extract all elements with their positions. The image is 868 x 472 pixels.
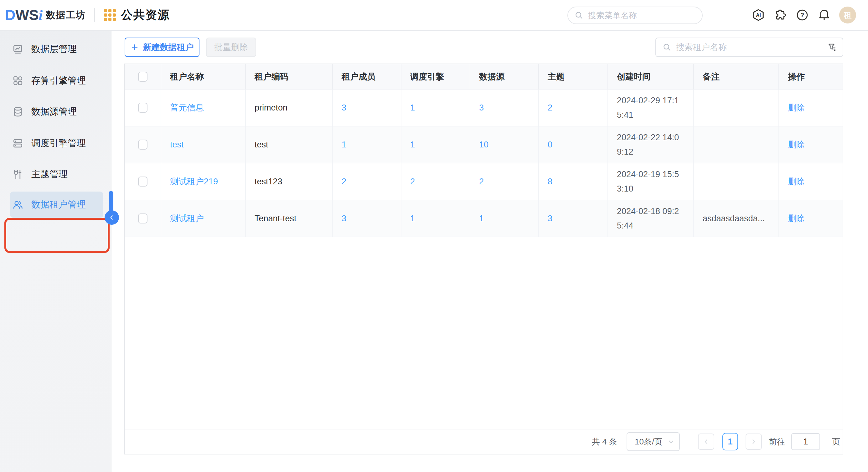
sidebar-item-storage-compute-engine[interactable]: 存算引擎管理 (0, 68, 112, 94)
table-row: 普元信息 primeton 3 1 3 2 2024-02-29 17:15:4… (125, 89, 843, 126)
goto-label: 前往 (769, 436, 785, 447)
goto-page-input[interactable] (791, 433, 820, 450)
page-size-value: 10条/页 (635, 436, 662, 447)
delete-link[interactable]: 删除 (788, 214, 805, 223)
tenant-code: test123 (246, 163, 333, 200)
table-row: 测试租户219 test123 2 2 2 8 2024-02-19 15:53… (125, 163, 843, 200)
column-header: 备注 (693, 64, 779, 89)
grid-app-icon (104, 9, 116, 21)
brand: DWSi 数据工坊 公共资源 (5, 0, 170, 30)
tenant-search-input[interactable] (676, 42, 827, 52)
row-checkbox[interactable] (138, 103, 148, 113)
column-header: 主题 (538, 64, 608, 89)
notification-bell-icon[interactable] (817, 8, 831, 22)
delete-link[interactable]: 删除 (788, 140, 805, 149)
sidebar-item-label: 调度引擎管理 (31, 137, 86, 150)
app-logo: DWSi (5, 8, 42, 23)
help-icon[interactable]: ? (795, 8, 809, 22)
members-count-link[interactable]: 1 (342, 140, 346, 149)
tenant-search-box[interactable] (655, 37, 843, 57)
tenant-name-link[interactable]: 测试租户219 (170, 177, 218, 186)
menu-search-input[interactable] (588, 11, 699, 20)
sidebar-item-data-layer[interactable]: 数据层管理 (0, 36, 112, 62)
column-header: 租户编码 (246, 64, 333, 89)
created-time: 2024-02-19 15:53:10 (617, 167, 680, 196)
page-unit-label: 页 (832, 436, 840, 447)
delete-link[interactable]: 删除 (788, 177, 805, 186)
new-tenant-label: 新建数据租户 (143, 42, 194, 53)
table-row: 测试租户 Tenant-test 3 1 1 3 2024-02-18 09:2… (125, 200, 843, 237)
engines-count-link[interactable]: 2 (410, 177, 415, 186)
sidebar-item-label: 主题管理 (31, 168, 68, 181)
column-header: 操作 (779, 64, 843, 89)
filter-funnel-icon[interactable] (827, 42, 837, 52)
brand-divider (94, 8, 95, 22)
batch-delete-button[interactable]: 批量删除 (206, 37, 256, 57)
page-size-select[interactable]: 10条/页 (627, 432, 680, 451)
remark (693, 126, 779, 163)
row-checkbox[interactable] (138, 214, 148, 223)
plugin-puzzle-icon[interactable] (773, 8, 787, 22)
sources-count-link[interactable]: 3 (479, 103, 484, 113)
sidebar-item-data-source[interactable]: 数据源管理 (0, 99, 112, 125)
members-count-link[interactable]: 2 (342, 177, 346, 186)
page-title: 公共资源 (121, 7, 170, 23)
prev-page-button[interactable] (698, 434, 714, 450)
ai-assistant-icon[interactable]: AI (751, 8, 765, 22)
sidebar-item-scheduler-engine[interactable]: 调度引擎管理 (0, 130, 112, 157)
tenant-code: primeton (246, 89, 333, 126)
created-time: 2024-02-18 09:25:44 (617, 204, 680, 233)
remark (693, 89, 779, 126)
current-page-button[interactable]: 1 (722, 433, 738, 450)
tenant-name-link[interactable]: 测试租户 (170, 214, 204, 223)
next-page-button[interactable] (746, 434, 762, 450)
engines-count-link[interactable]: 1 (410, 140, 415, 149)
topics-count-link[interactable]: 0 (548, 140, 552, 149)
tenant-users-icon (12, 199, 24, 211)
column-header: 创建时间 (608, 64, 693, 89)
plus-icon (131, 43, 139, 51)
svg-text:?: ? (800, 11, 804, 19)
sources-count-link[interactable]: 2 (479, 177, 484, 186)
storage-compute-engine-icon (12, 75, 24, 87)
tenant-code: test (246, 126, 333, 163)
logo-letter-d: D (5, 7, 16, 23)
delete-link[interactable]: 删除 (788, 103, 805, 113)
members-count-link[interactable]: 3 (342, 103, 346, 113)
row-checkbox[interactable] (138, 177, 148, 187)
red-annotation-box (4, 218, 110, 253)
user-avatar[interactable]: 租 (839, 7, 856, 24)
select-all-checkbox[interactable] (138, 72, 148, 82)
column-header: 租户成员 (333, 64, 401, 89)
pagination-bar: 共 4 条 10条/页 1 前往 页 (125, 429, 843, 454)
chevron-down-icon (667, 438, 675, 445)
created-time: 2024-02-22 14:09:12 (617, 130, 680, 159)
data-layer-icon (12, 43, 24, 55)
menu-search-box[interactable] (567, 7, 703, 24)
created-time: 2024-02-29 17:15:41 (617, 93, 680, 122)
topics-count-link[interactable]: 3 (548, 214, 552, 223)
sources-count-link[interactable]: 1 (479, 214, 484, 223)
sidebar-collapse-button[interactable] (104, 210, 119, 225)
topbar-icons: AI ? 租 (751, 0, 856, 30)
sidebar-item-data-tenant[interactable]: 数据租户管理 (0, 192, 112, 218)
logo-letters-ws: WS (16, 7, 38, 23)
total-count: 共 4 条 (592, 436, 617, 447)
engines-count-link[interactable]: 1 (410, 103, 415, 113)
tenant-table: 租户名称 租户编码 租户成员 调度引擎 数据源 主题 创建时间 备注 操作 普元… (125, 64, 843, 237)
tenant-name-link[interactable]: test (170, 140, 184, 149)
remark (693, 163, 779, 200)
members-count-link[interactable]: 3 (342, 214, 346, 223)
sidebar-item-label: 数据租户管理 (31, 198, 86, 211)
logo-letter-i: i (38, 7, 42, 23)
tenant-name-link[interactable]: 普元信息 (170, 103, 204, 113)
sidebar-item-label: 数据层管理 (31, 43, 77, 55)
topics-count-link[interactable]: 8 (548, 177, 552, 186)
engines-count-link[interactable]: 1 (410, 214, 415, 223)
sidebar-item-theme[interactable]: 主题管理 (0, 161, 112, 187)
table-header-row: 租户名称 租户编码 租户成员 调度引擎 数据源 主题 创建时间 备注 操作 (125, 64, 843, 89)
topics-count-link[interactable]: 2 (548, 103, 552, 113)
row-checkbox[interactable] (138, 139, 148, 150)
sources-count-link[interactable]: 10 (479, 140, 489, 149)
new-tenant-button[interactable]: 新建数据租户 (125, 37, 199, 57)
